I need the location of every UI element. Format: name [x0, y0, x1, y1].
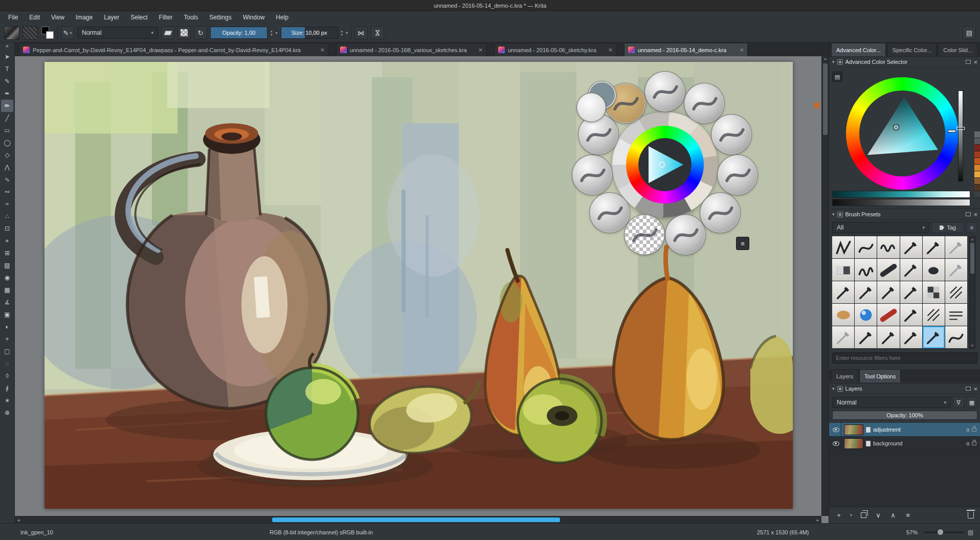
color-swatch[interactable] [974, 131, 980, 138]
pattern-tool[interactable]: ▦ [1, 284, 13, 296]
measure-tool[interactable]: ∡ [1, 296, 13, 308]
scroll-up-icon[interactable]: ▴ [824, 56, 826, 61]
menu-file[interactable]: File [3, 13, 23, 22]
add-layer-button[interactable]: + [833, 510, 844, 521]
chevron-down-icon[interactable]: ▾ [832, 386, 835, 391]
brush-preset-thumbnail[interactable] [877, 236, 899, 258]
zoom-slider[interactable] [924, 531, 964, 533]
calligraphy-tool[interactable]: ✒ [1, 87, 13, 100]
color-swatch[interactable] [974, 158, 980, 165]
horizontal-scrollbar[interactable]: ◂ ▸ [15, 516, 821, 523]
color-swatch[interactable] [974, 145, 980, 151]
close-icon[interactable]: × [320, 46, 324, 54]
zoom-tool[interactable]: ⊕ [1, 407, 13, 419]
size-slider[interactable]: Size: 10,00 px [281, 27, 338, 39]
rectangle-tool[interactable]: ▭ [1, 124, 13, 137]
float-docker-icon[interactable] [966, 212, 971, 216]
layers-header[interactable]: ▾ Layers × [829, 383, 980, 394]
background-color-swatch[interactable] [46, 31, 54, 39]
size-dropdown-arrow[interactable]: ▾ [346, 31, 348, 35]
dock-tab[interactable]: Color Slid... [938, 43, 977, 56]
brush-preset-thumbnail[interactable] [900, 281, 922, 303]
brush-presets-header[interactable]: ▾ Brush Presets × [829, 209, 980, 220]
resource-options-button[interactable]: ≡ [966, 222, 977, 233]
palette-brush-preset[interactable] [625, 215, 664, 255]
color-swatch[interactable] [974, 191, 980, 198]
transform-tool[interactable]: ⊡ [1, 222, 13, 235]
tag-button[interactable]: Tag [931, 222, 964, 233]
spin-down-icon[interactable]: ▾ [341, 33, 343, 36]
hsv-triangle[interactable] [859, 91, 945, 176]
brush-preset-thumbnail[interactable] [855, 326, 877, 348]
vertical-scrollbar[interactable]: ▴ [821, 56, 829, 516]
assistants-tool[interactable]: + [1, 333, 13, 345]
opacity-slider[interactable]: Opacity: 1,00 [210, 27, 268, 39]
pattern-chooser-button[interactable] [23, 26, 38, 40]
gradient-tool[interactable]: ▨ [1, 259, 13, 272]
opacity-dropdown-arrow[interactable]: ▾ [276, 31, 278, 35]
scroll-down-icon[interactable]: ▾ [971, 344, 973, 348]
crop-tool[interactable]: ⊞ [1, 247, 13, 259]
close-icon[interactable]: × [973, 58, 977, 66]
brush-preset-thumbnail[interactable] [900, 304, 922, 326]
menu-help[interactable]: Help [271, 13, 294, 22]
value-slider-handle[interactable] [956, 127, 965, 130]
mirror-vertical-button[interactable]: ⋈ [371, 26, 384, 39]
advanced-color-selector-header[interactable]: ▾ Advanced Color Selector × [829, 56, 980, 68]
close-icon[interactable]: × [973, 211, 977, 218]
menu-image[interactable]: Image [71, 13, 98, 22]
dock-tab[interactable]: Specific Color... [887, 43, 937, 56]
shape-select-tool[interactable]: ➤ [1, 51, 13, 63]
document-tab[interactable]: unnamed - 2016-05-14_demo-c.kra× [624, 43, 748, 56]
brush-preset-thumbnail[interactable] [900, 259, 922, 281]
brush-preset-thumbnail[interactable] [832, 259, 854, 281]
spin-up-icon[interactable]: ▴ [271, 29, 273, 33]
brush-preset-thumbnail[interactable] [855, 236, 877, 258]
visibility-toggle[interactable] [831, 437, 841, 450]
brush-preset-thumbnail[interactable] [877, 304, 899, 326]
brush-preset-thumbnail[interactable] [945, 259, 967, 281]
popup-palette[interactable]: ≡ [570, 70, 760, 260]
palette-brush-preset[interactable] [590, 193, 630, 233]
document-tab[interactable]: unnamed - 2016-05-16B_various_sketches.k… [336, 43, 486, 56]
document-tab[interactable]: unnamed - 2016-05-06_sketchy.kra× [494, 43, 616, 56]
close-icon[interactable]: × [973, 385, 977, 393]
duplicate-layer-button[interactable] [858, 510, 869, 521]
brush-preset-thumbnail[interactable] [855, 259, 877, 281]
color-swatch[interactable] [974, 151, 980, 158]
shade-selector-bar[interactable] [832, 199, 970, 206]
menu-edit[interactable]: Edit [24, 13, 45, 22]
add-layer-dropdown-icon[interactable]: ▾ [848, 510, 854, 521]
menu-window[interactable]: Window [238, 13, 270, 22]
brush-preset-thumbnail[interactable] [832, 236, 854, 258]
value-slider[interactable] [958, 91, 963, 182]
move-layer-up-button[interactable]: ∧ [887, 510, 899, 521]
brush-preset-thumbnail[interactable] [923, 281, 945, 303]
smart-patch-tool[interactable]: ◐ [1, 321, 13, 333]
brush-grid-scroll-thumb[interactable] [970, 243, 974, 274]
brush-editor-button[interactable]: ✎▾ [61, 26, 74, 39]
polygonal-select-tool[interactable]: ◊ [1, 370, 13, 382]
vertical-scroll-thumb[interactable] [823, 63, 828, 135]
close-icon[interactable]: × [478, 46, 482, 54]
layer-filter-button[interactable]: ∇ [953, 397, 964, 408]
zoom-slider-handle[interactable] [938, 529, 943, 535]
brush-preset-thumbnail[interactable] [923, 236, 945, 258]
palette-brush-preset[interactable] [718, 155, 758, 195]
brush-preset-thumbnail[interactable] [923, 259, 945, 281]
toolbox-close-icon[interactable]: × [6, 43, 9, 51]
multibrush-tool[interactable]: ∴ [1, 210, 13, 222]
shade-selector-bar[interactable] [832, 191, 970, 198]
brush-preset-thumbnail[interactable] [877, 281, 899, 303]
layer-view-button[interactable]: ▦ [966, 397, 977, 408]
brush-preset-thumbnail[interactable] [877, 259, 899, 281]
scroll-right-icon[interactable]: ▸ [814, 516, 821, 523]
elliptical-select-tool[interactable]: ◌ [1, 357, 13, 370]
spin-up-icon[interactable]: ▴ [341, 29, 343, 33]
mirror-horizontal-button[interactable]: ⋈ [354, 26, 368, 39]
menu-layer[interactable]: Layer [99, 13, 124, 22]
close-icon[interactable]: × [608, 46, 612, 54]
menu-select[interactable]: Select [125, 13, 152, 22]
color-swatch[interactable] [974, 138, 980, 145]
chevron-down-icon[interactable]: ▾ [832, 59, 835, 64]
